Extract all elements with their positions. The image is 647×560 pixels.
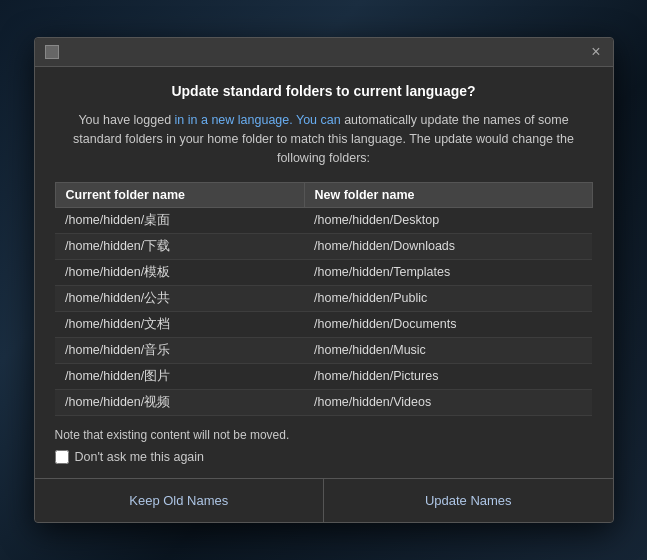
note-text: Note that existing content will not be m…: [55, 428, 593, 442]
current-folder-cell: /home/hidden/下载: [55, 233, 304, 259]
new-folder-cell: /home/hidden/Public: [304, 285, 592, 311]
title-bar: ×: [35, 38, 613, 67]
col-current-header: Current folder name: [55, 182, 304, 207]
current-folder-cell: /home/hidden/视频: [55, 389, 304, 415]
checkbox-row: Don't ask me this again: [55, 450, 593, 464]
new-folder-cell: /home/hidden/Pictures: [304, 363, 592, 389]
dialog-body: Update standard folders to current langu…: [35, 67, 613, 463]
dont-ask-checkbox[interactable]: [55, 450, 69, 464]
table-row: /home/hidden/视频/home/hidden/Videos: [55, 389, 592, 415]
col-new-header: New folder name: [304, 182, 592, 207]
table-header-row: Current folder name New folder name: [55, 182, 592, 207]
table-row: /home/hidden/桌面/home/hidden/Desktop: [55, 207, 592, 233]
table-row: /home/hidden/文档/home/hidden/Documents: [55, 311, 592, 337]
table-row: /home/hidden/图片/home/hidden/Pictures: [55, 363, 592, 389]
table-row: /home/hidden/下载/home/hidden/Downloads: [55, 233, 592, 259]
keep-old-names-button[interactable]: Keep Old Names: [35, 479, 325, 522]
title-bar-left: [45, 45, 59, 59]
window-icon: [45, 45, 59, 59]
table-row: /home/hidden/模板/home/hidden/Templates: [55, 259, 592, 285]
folder-table-body: /home/hidden/桌面/home/hidden/Desktop/home…: [55, 207, 592, 415]
current-folder-cell: /home/hidden/音乐: [55, 337, 304, 363]
dialog-description: You have logged in in a new language. Yo…: [55, 111, 593, 167]
update-names-button[interactable]: Update Names: [324, 479, 613, 522]
table-row: /home/hidden/公共/home/hidden/Public: [55, 285, 592, 311]
new-folder-cell: /home/hidden/Desktop: [304, 207, 592, 233]
new-folder-cell: /home/hidden/Documents: [304, 311, 592, 337]
new-folder-cell: /home/hidden/Downloads: [304, 233, 592, 259]
table-row: /home/hidden/音乐/home/hidden/Music: [55, 337, 592, 363]
current-folder-cell: /home/hidden/文档: [55, 311, 304, 337]
update-folders-dialog: × Update standard folders to current lan…: [34, 37, 614, 522]
new-folder-cell: /home/hidden/Templates: [304, 259, 592, 285]
new-folder-cell: /home/hidden/Music: [304, 337, 592, 363]
folder-table: Current folder name New folder name /hom…: [55, 182, 593, 416]
new-folder-cell: /home/hidden/Videos: [304, 389, 592, 415]
dont-ask-label[interactable]: Don't ask me this again: [75, 450, 205, 464]
current-folder-cell: /home/hidden/模板: [55, 259, 304, 285]
current-folder-cell: /home/hidden/图片: [55, 363, 304, 389]
current-folder-cell: /home/hidden/桌面: [55, 207, 304, 233]
close-button[interactable]: ×: [589, 44, 602, 60]
dialog-title: Update standard folders to current langu…: [55, 83, 593, 99]
highlight-text: in in a new language. You can: [175, 113, 341, 127]
current-folder-cell: /home/hidden/公共: [55, 285, 304, 311]
button-row: Keep Old Names Update Names: [35, 478, 613, 522]
